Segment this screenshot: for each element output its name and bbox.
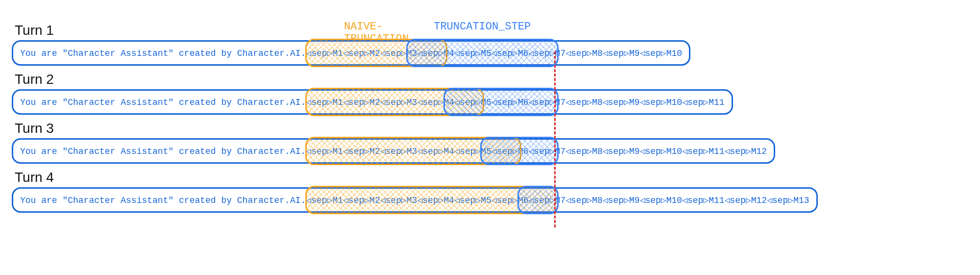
message-token: M11: [709, 196, 724, 205]
sep-token: ◁sep▷: [491, 98, 518, 107]
sep-token: ◁sep▷: [417, 49, 443, 58]
sep-token: ◁sep▷: [417, 147, 443, 156]
message-token: M2: [369, 49, 380, 58]
turn-block: Turn 3You are "Character Assistant" crea…: [12, 121, 968, 164]
message-token: M2: [369, 147, 380, 156]
sep-token: ◁sep▷: [306, 147, 332, 156]
message-token: M6: [518, 49, 529, 58]
sep-token: ◁sep▷: [454, 196, 481, 205]
message-token: M8: [592, 98, 603, 107]
sep-token: ◁sep▷: [529, 98, 555, 107]
sep-token: ◁sep▷: [682, 98, 709, 107]
sep-token: ◁sep▷: [565, 196, 592, 205]
message-token: M1: [332, 98, 343, 107]
sep-token: ◁sep▷: [603, 147, 629, 156]
sep-token: ◁sep▷: [306, 49, 332, 58]
sep-token: ◁sep▷: [343, 147, 369, 156]
message-token: M6: [518, 147, 529, 156]
message-token: M5: [481, 196, 491, 205]
message-token: M1: [332, 147, 343, 156]
sep-token: ◁sep▷: [640, 196, 666, 205]
message-token: M7: [555, 196, 566, 205]
sep-token: ◁sep▷: [343, 98, 369, 107]
message-token: M9: [629, 196, 640, 205]
sep-token: ◁sep▷: [454, 147, 481, 156]
sep-token: ◁sep▷: [491, 147, 518, 156]
system-prefix: You are "Character Assistant" created by…: [20, 98, 306, 107]
message-token: M10: [666, 147, 682, 156]
sep-token: ◁sep▷: [306, 196, 332, 205]
sep-token: ◁sep▷: [454, 98, 481, 107]
sep-token: ◁sep▷: [529, 196, 555, 205]
message-token: M4: [444, 147, 455, 156]
sep-token: ◁sep▷: [565, 147, 592, 156]
context-pill: You are "Character Assistant" created by…: [12, 40, 690, 66]
message-token: M10: [666, 49, 682, 58]
sep-token: ◁sep▷: [640, 98, 666, 107]
message-token: M11: [709, 98, 724, 107]
message-token: M12: [751, 147, 767, 156]
sep-token: ◁sep▷: [491, 49, 518, 58]
message-token: M3: [407, 49, 417, 58]
context-pill: You are "Character Assistant" created by…: [12, 89, 733, 115]
message-token: M5: [481, 147, 491, 156]
turn-label: Turn 2: [15, 72, 968, 87]
turn-block: Turn 4You are "Character Assistant" crea…: [12, 170, 968, 213]
sep-token: ◁sep▷: [343, 49, 369, 58]
message-token: M6: [518, 98, 529, 107]
message-token: M2: [369, 98, 380, 107]
legend-truncation-step: TRUNCATION_STEP: [434, 21, 531, 33]
message-token: M9: [629, 49, 640, 58]
sep-token: ◁sep▷: [454, 49, 481, 58]
message-token: M8: [592, 49, 603, 58]
sep-token: ◁sep▷: [380, 147, 407, 156]
message-token: M4: [444, 49, 455, 58]
sep-token: ◁sep▷: [380, 196, 407, 205]
turn-block: Turn 2You are "Character Assistant" crea…: [12, 72, 968, 115]
message-token: M2: [369, 196, 380, 205]
message-token: M3: [407, 196, 417, 205]
message-token: M5: [481, 98, 491, 107]
sep-token: ◁sep▷: [682, 147, 709, 156]
turn-label: Turn 3: [15, 121, 968, 136]
message-token: M5: [481, 49, 491, 58]
message-token: M8: [592, 147, 603, 156]
message-token: M1: [332, 49, 343, 58]
sep-token: ◁sep▷: [640, 49, 666, 58]
message-token: M6: [518, 196, 529, 205]
sep-token: ◁sep▷: [417, 196, 443, 205]
message-token: M7: [555, 98, 566, 107]
sep-token: ◁sep▷: [380, 98, 407, 107]
sep-token: ◁sep▷: [529, 147, 555, 156]
sep-token: ◁sep▷: [725, 147, 751, 156]
sep-token: ◁sep▷: [640, 147, 666, 156]
sep-token: ◁sep▷: [565, 49, 592, 58]
turn-rows: Turn 1You are "Character Assistant" crea…: [12, 23, 968, 213]
sep-token: ◁sep▷: [767, 196, 793, 205]
message-token: M7: [555, 49, 566, 58]
sep-token: ◁sep▷: [380, 49, 407, 58]
message-token: M4: [444, 98, 455, 107]
message-token: M3: [407, 98, 417, 107]
message-token: M10: [666, 98, 682, 107]
system-prefix: You are "Character Assistant" created by…: [20, 147, 306, 156]
sep-token: ◁sep▷: [343, 196, 369, 205]
sep-token: ◁sep▷: [306, 98, 332, 107]
message-token: M10: [666, 196, 682, 205]
message-token: M13: [793, 196, 809, 205]
turn-label: Turn 4: [15, 170, 968, 185]
sep-token: ◁sep▷: [491, 196, 518, 205]
message-token: M1: [332, 196, 343, 205]
context-pill: You are "Character Assistant" created by…: [12, 187, 818, 213]
context-pill: You are "Character Assistant" created by…: [12, 138, 775, 164]
message-token: M8: [592, 196, 603, 205]
sep-token: ◁sep▷: [603, 196, 629, 205]
sep-token: ◁sep▷: [603, 49, 629, 58]
sep-token: ◁sep▷: [725, 196, 751, 205]
message-token: M11: [709, 147, 724, 156]
sep-token: ◁sep▷: [417, 98, 443, 107]
system-prefix: You are "Character Assistant" created by…: [20, 49, 306, 58]
message-token: M7: [555, 147, 566, 156]
message-token: M3: [407, 147, 417, 156]
sep-token: ◁sep▷: [682, 196, 709, 205]
